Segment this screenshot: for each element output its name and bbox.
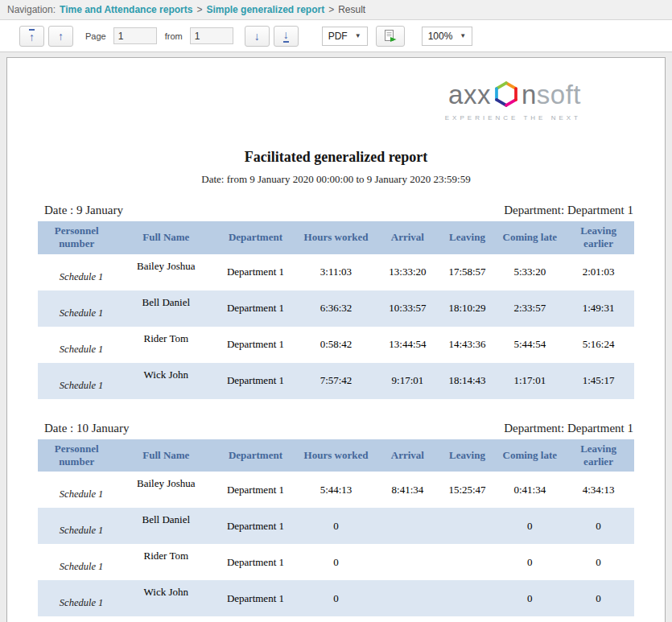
cell-leaving-earlier: 5:16:24	[563, 327, 634, 363]
cell-hours-worked: 6:36:32	[295, 290, 378, 327]
breadcrumb-separator: >	[196, 4, 202, 15]
cell-department: Department 1	[216, 544, 294, 580]
cell-leaving-earlier: 1:45:17	[563, 363, 634, 399]
cell-leaving: 18:14:43	[437, 363, 497, 399]
export-button[interactable]	[376, 26, 405, 47]
breadcrumb-link-time-attendance-reports[interactable]: Time and Attendance reports	[60, 4, 192, 15]
total-pages-input[interactable]	[190, 27, 233, 44]
prev-page-button[interactable]: ↑	[48, 26, 73, 47]
last-page-icon: ↓	[283, 29, 289, 43]
cell-personnel-number: Schedule 1	[38, 580, 115, 616]
report-section: Date : 9 JanuaryDepartment: Department 1…	[38, 204, 634, 399]
schedule-label: Schedule 1	[40, 561, 113, 579]
report-sections: Date : 9 JanuaryDepartment: Department 1…	[38, 204, 634, 616]
page: Navigation: Time and Attendance reports …	[0, 0, 672, 622]
cell-personnel-number: Schedule 1	[38, 363, 115, 399]
cell-leaving-earlier: 2:01:03	[563, 254, 634, 290]
chevron-down-icon: ▼	[460, 32, 466, 39]
employee-name: Bailey Joshua	[117, 256, 214, 273]
cell-arrival	[377, 580, 437, 616]
cell-leaving-earlier: 0	[563, 508, 634, 544]
cell-leaving-earlier: 0	[563, 544, 634, 580]
section-header: Date : 10 JanuaryDepartment: Department …	[38, 422, 634, 439]
first-page-icon: ↑	[29, 29, 35, 43]
page-input[interactable]	[113, 27, 157, 44]
cell-department: Department 1	[216, 327, 294, 363]
cell-leaving-earlier: 0	[563, 580, 634, 616]
section-date: Date : 9 January	[44, 204, 123, 217]
logo-text-axx: axx	[448, 81, 491, 108]
employee-name: Rider Tom	[117, 328, 214, 345]
cell-leaving-earlier: 1:49:31	[563, 290, 634, 327]
employee-name: Bell Daniel	[117, 509, 214, 526]
toolbar: ↑ ↑ Page from ↓ ↓ PDF ▼ 100	[0, 20, 672, 52]
column-header: Personnel number	[38, 439, 115, 472]
column-header: Leaving	[437, 439, 497, 472]
report-table: Personnel numberFull NameDepartmentHours…	[38, 221, 634, 399]
breadcrumb-prefix: Navigation:	[7, 4, 56, 15]
cell-arrival: 13:44:54	[377, 327, 437, 363]
zoom-select-value: 100%	[428, 31, 453, 42]
cell-hours-worked: 0	[295, 580, 378, 616]
cell-personnel-number: Schedule 1	[38, 254, 115, 290]
employee-name: Wick John	[117, 365, 214, 381]
logo-tagline: EXPERIENCE THE NEXT	[38, 114, 581, 122]
cell-arrival: 10:33:57	[377, 290, 437, 327]
schedule-label: Schedule 1	[40, 597, 113, 615]
section-header: Date : 9 JanuaryDepartment: Department 1	[38, 204, 634, 221]
schedule-label: Schedule 1	[40, 344, 113, 361]
cell-department: Department 1	[216, 508, 294, 544]
zoom-select[interactable]: 100% ▼	[422, 27, 473, 46]
cell-leaving	[437, 580, 497, 616]
breadcrumb-separator: >	[328, 4, 334, 15]
cell-personnel-number: Schedule 1	[38, 327, 115, 363]
cell-hours-worked: 0	[295, 508, 378, 544]
chevron-down-icon: ▼	[355, 32, 361, 39]
cell-full-name: Wick John	[115, 363, 216, 399]
table-row: Schedule 1Bell DanielDepartment 16:36:32…	[38, 290, 634, 327]
cell-leaving: 18:10:29	[437, 290, 497, 327]
format-select[interactable]: PDF ▼	[322, 27, 368, 46]
cell-coming-late: 5:44:54	[497, 327, 563, 363]
schedule-label: Schedule 1	[40, 307, 113, 325]
cell-department: Department 1	[216, 472, 294, 508]
table-row: Schedule 1Bell DanielDepartment 1000	[38, 508, 634, 544]
cell-arrival: 8:41:34	[377, 472, 437, 508]
logo-text-soft: soft	[537, 81, 581, 108]
schedule-label: Schedule 1	[40, 525, 113, 542]
cell-coming-late: 5:33:20	[497, 254, 563, 290]
breadcrumb-bar: Navigation: Time and Attendance reports …	[0, 0, 672, 20]
section-department: Department: Department 1	[504, 422, 633, 435]
cell-hours-worked: 0	[295, 544, 378, 580]
cell-coming-late: 0	[497, 580, 563, 616]
cell-leaving: 15:25:47	[437, 472, 497, 508]
column-header: Leaving earlier	[563, 221, 634, 254]
cell-hours-worked: 0:58:42	[295, 327, 378, 363]
first-page-button[interactable]: ↑	[19, 26, 44, 47]
last-page-button[interactable]: ↓	[274, 26, 299, 47]
cell-arrival: 13:33:20	[377, 254, 437, 290]
table-row: Schedule 1Bailey JoshuaDepartment 13:11:…	[38, 254, 634, 290]
cell-department: Department 1	[216, 580, 294, 616]
cell-leaving: 17:58:57	[437, 254, 497, 290]
cell-arrival: 9:17:01	[377, 363, 437, 399]
section-date: Date : 10 January	[44, 422, 129, 435]
next-page-button[interactable]: ↓	[245, 26, 270, 47]
column-header: Arrival	[377, 439, 437, 472]
logo-text-n: n	[522, 81, 537, 108]
cell-full-name: Bailey Joshua	[115, 254, 216, 290]
employee-name: Rider Tom	[117, 546, 214, 562]
cell-full-name: Bell Daniel	[115, 508, 216, 544]
cell-full-name: Bell Daniel	[115, 290, 216, 327]
export-icon	[383, 29, 398, 43]
schedule-label: Schedule 1	[40, 380, 113, 398]
cell-department: Department 1	[216, 254, 294, 290]
cell-full-name: Rider Tom	[115, 544, 216, 580]
cell-coming-late: 1:17:01	[497, 363, 563, 399]
cell-personnel-number: Schedule 1	[38, 508, 115, 544]
breadcrumb-link-simple-generalized-report[interactable]: Simple generalized report	[206, 4, 324, 15]
cell-hours-worked: 7:57:42	[295, 363, 378, 399]
report-section: Date : 10 JanuaryDepartment: Department …	[38, 422, 634, 617]
cell-leaving-earlier: 4:34:13	[563, 472, 634, 508]
cell-coming-late: 0	[497, 508, 563, 544]
